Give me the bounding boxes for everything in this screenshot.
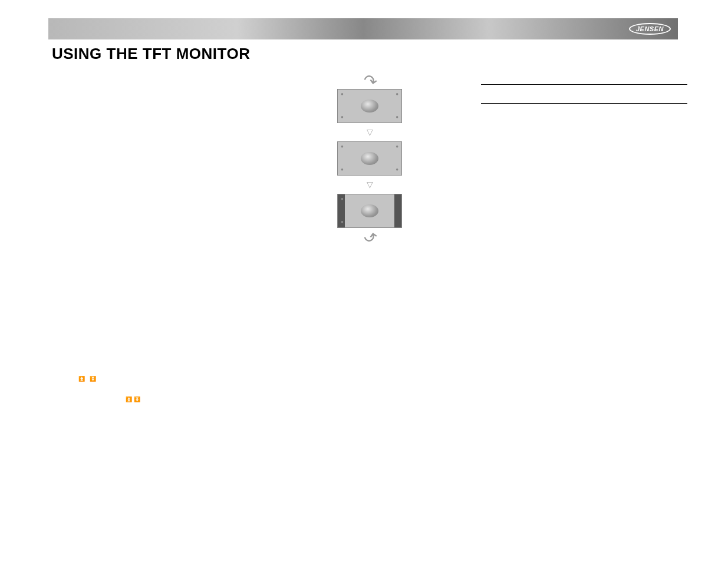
eject-icon: ▲ bbox=[89, 121, 94, 128]
label-open-tft: Open TFT bbox=[52, 85, 78, 91]
arrow-down-icon: ▽ bbox=[367, 179, 373, 190]
brand-logo: JENSEN bbox=[629, 23, 671, 35]
screen-narrow: ●●●● bbox=[337, 194, 402, 228]
column-1: Open/Close TFT Monitor Open TFT Press OP… bbox=[52, 67, 258, 549]
eject-icon: ▲ bbox=[89, 92, 94, 100]
table-row: ANGLE U0 ~ 16 bbox=[267, 451, 473, 463]
screen-full: ●●●● bbox=[337, 89, 402, 123]
column-3: Exiting the Monitor Display Image Settin… bbox=[481, 67, 687, 549]
fast-down-icon: ⏬ bbox=[90, 375, 96, 382]
text-aspect-full: FULL – The entire screen is extended hor… bbox=[266, 250, 473, 266]
table-row: CONTRAST0 ~ 32 bbox=[267, 414, 473, 427]
table-row: WIDE0 ~ 16 bbox=[267, 438, 473, 451]
text-tilt: In some vehicle positions, the monitor v… bbox=[52, 214, 258, 254]
screen-normal: ●●●● bbox=[337, 141, 402, 176]
eject-icon: ▲ bbox=[184, 174, 189, 181]
text-image-setting: If SYSTEM SETUP > Hardware > "SCREEN Set… bbox=[481, 127, 687, 151]
arrow-loop-top-icon: ↷ bbox=[362, 76, 377, 87]
text-params: The picture function allows you to make … bbox=[266, 353, 473, 385]
text-move-3: Press OPEN 3 times to reset the monitor … bbox=[52, 341, 258, 357]
parameters-table: Display Parameter Adjustable Range BRIGH… bbox=[266, 390, 473, 487]
text-video-source: The output source for video is determine… bbox=[266, 304, 473, 336]
text-move-1: Obstacle met in horizontal direction: Th… bbox=[52, 292, 258, 316]
table-row: COLOR0 ~ 32 bbox=[267, 427, 473, 439]
table-row: ANGLE D0 ~ 16 bbox=[267, 462, 473, 475]
text-parking-brake: When the pink "Parking" wire is connecte… bbox=[266, 504, 473, 544]
text-move-2: Obstacle met in vertical direction: The … bbox=[52, 320, 258, 336]
heading-aspect: Aspect Ratio bbox=[52, 362, 258, 372]
table-row: TINT0 ~ 32 bbox=[267, 475, 473, 487]
heading-params: Parameter Adjustment Procedures bbox=[266, 340, 473, 351]
aspect-ratio-diagram: ↷ ●●●● ▽ ●●●● ▽ ●●●● ↷ bbox=[266, 77, 473, 240]
text-aspect-normal: NORMAL – The screen shows a conventional… bbox=[266, 271, 473, 287]
content-grid: Open/Close TFT Monitor Open TFT Press OP… bbox=[52, 67, 676, 549]
underline-rule bbox=[481, 90, 687, 104]
text-aspect-intro-tail: buttons on the monitor to adjust the asp… bbox=[98, 375, 252, 382]
heading-tilt: Monitor Tilt Adjustment bbox=[52, 201, 258, 212]
label-auto-open: TFT Auto Open bbox=[52, 142, 92, 148]
fast-down-icon: ⏬ bbox=[134, 396, 140, 403]
heading-video-source: Video Output Source bbox=[266, 292, 473, 302]
heading-open-close: Open/Close TFT Monitor bbox=[52, 71, 258, 82]
label-close-tft: Close TFT bbox=[52, 113, 80, 120]
fast-up-icon: ⏫ bbox=[126, 396, 132, 403]
fast-up-icon: ⏫ bbox=[78, 375, 85, 382]
th-item: Display Parameter bbox=[267, 390, 371, 402]
heading-movement: Monitor Movement Mechanism bbox=[52, 259, 258, 269]
heading-parking-brake: Parking Brake bbox=[266, 492, 473, 503]
text-move-intro: If the screen meets obstruction while mo… bbox=[52, 272, 258, 287]
table-row: BRIGHT0 ~ 32 bbox=[267, 402, 473, 415]
arrow-down-icon: ▽ bbox=[367, 127, 373, 138]
text-aspect-intro: Press the bbox=[52, 375, 77, 382]
heading-exit: Exiting the Monitor Display bbox=[481, 71, 687, 85]
column-2: ↷ ●●●● ▽ ●●●● ▽ ●●●● ↷ FULL – The entire… bbox=[266, 67, 473, 549]
text-exit: When entering PICTURE mode, if no adjust… bbox=[481, 156, 687, 171]
section-title: USING THE TFT MONITOR bbox=[52, 45, 250, 63]
page-header-banner: JENSEN bbox=[48, 18, 678, 39]
arrow-loop-bottom-icon: ↷ bbox=[362, 230, 377, 241]
heading-image-setting: Image Setting bbox=[481, 110, 687, 123]
th-range: Adjustable Range bbox=[371, 390, 472, 402]
